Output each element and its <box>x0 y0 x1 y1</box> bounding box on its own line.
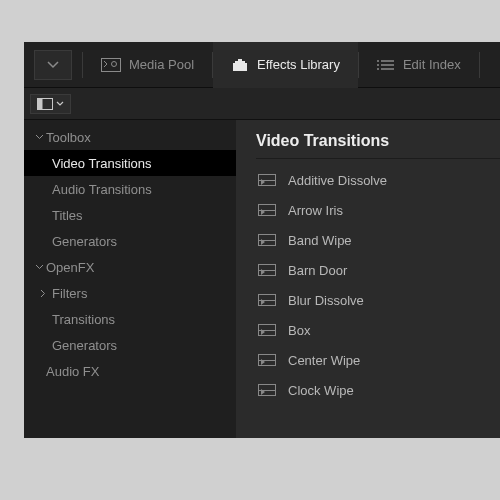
effect-label: Box <box>288 323 310 338</box>
chevron-down-icon <box>56 101 64 107</box>
tree-item-generators[interactable]: Generators <box>24 228 236 254</box>
svg-rect-12 <box>38 98 43 109</box>
svg-point-10 <box>377 68 379 70</box>
transition-icon <box>258 294 276 306</box>
tree-label: Video Transitions <box>52 156 152 171</box>
svg-point-8 <box>377 60 379 62</box>
effect-label: Barn Door <box>288 263 347 278</box>
category-tree: Toolbox Video Transitions Audio Transiti… <box>24 120 236 438</box>
chevron-down-icon <box>47 61 59 69</box>
effect-item[interactable]: Arrow Iris <box>256 195 500 225</box>
tab-label: Edit Index <box>403 57 461 72</box>
tree-item-toolbox[interactable]: Toolbox <box>24 124 236 150</box>
tab-effects-library[interactable]: Effects Library <box>213 42 358 88</box>
tree-item-titles[interactable]: Titles <box>24 202 236 228</box>
tree-label: Audio Transitions <box>52 182 152 197</box>
effect-label: Additive Dissolve <box>288 173 387 188</box>
transition-icon <box>258 264 276 276</box>
transition-icon <box>258 234 276 246</box>
list-header: Video Transitions <box>256 132 500 159</box>
tree-label: Filters <box>52 286 87 301</box>
tree-item-transitions[interactable]: Transitions <box>24 306 236 332</box>
tree-label: Generators <box>52 338 117 353</box>
panel-layout-icon <box>37 98 53 110</box>
chevron-down-icon <box>32 134 46 140</box>
tree-item-audio-fx[interactable]: Audio FX <box>24 358 236 384</box>
separator <box>479 52 480 78</box>
tab-label: Media Pool <box>129 57 194 72</box>
tree-label: Transitions <box>52 312 115 327</box>
transition-icon <box>258 204 276 216</box>
effect-item[interactable]: Blur Dissolve <box>256 285 500 315</box>
tree-item-video-transitions[interactable]: Video Transitions <box>24 150 236 176</box>
effect-label: Blur Dissolve <box>288 293 364 308</box>
top-toolbar: Media Pool Effects Library Edit Index <box>24 42 500 88</box>
effect-item[interactable]: Center Wipe <box>256 345 500 375</box>
effect-item[interactable]: Clock Wipe <box>256 375 500 405</box>
panel-collapse-button[interactable] <box>34 50 72 80</box>
effect-item[interactable]: Barn Door <box>256 255 500 285</box>
panel-body: Toolbox Video Transitions Audio Transiti… <box>24 120 500 438</box>
effect-label: Band Wipe <box>288 233 352 248</box>
svg-point-1 <box>112 61 117 66</box>
effect-label: Clock Wipe <box>288 383 354 398</box>
view-toolbar <box>24 88 500 120</box>
svg-point-9 <box>377 64 379 66</box>
effect-label: Center Wipe <box>288 353 360 368</box>
transition-icon <box>258 384 276 396</box>
tree-label: Toolbox <box>46 130 91 145</box>
tab-edit-index[interactable]: Edit Index <box>359 42 479 88</box>
transition-icon <box>258 324 276 336</box>
effect-item[interactable]: Band Wipe <box>256 225 500 255</box>
tab-media-pool[interactable]: Media Pool <box>83 42 212 88</box>
svg-rect-4 <box>235 61 245 63</box>
chevron-down-icon <box>32 264 46 270</box>
tab-label: Effects Library <box>257 57 340 72</box>
effect-item[interactable]: Additive Dissolve <box>256 165 500 195</box>
tree-item-openfx[interactable]: OpenFX <box>24 254 236 280</box>
effects-list: Video Transitions Additive Dissolve Arro… <box>236 120 500 438</box>
sidebar-toggle-button[interactable] <box>30 94 71 114</box>
media-pool-icon <box>101 58 121 72</box>
effect-label: Arrow Iris <box>288 203 343 218</box>
tree-label: Audio FX <box>46 364 99 379</box>
transition-icon <box>258 354 276 366</box>
tree-label: Generators <box>52 234 117 249</box>
tree-item-audio-transitions[interactable]: Audio Transitions <box>24 176 236 202</box>
tree-label: OpenFX <box>46 260 94 275</box>
effects-library-panel: Media Pool Effects Library Edit Index <box>24 42 500 438</box>
tree-item-generators-ofx[interactable]: Generators <box>24 332 236 358</box>
transition-icon <box>258 174 276 186</box>
effect-item[interactable]: Box <box>256 315 500 345</box>
svg-rect-0 <box>102 58 121 71</box>
tree-item-filters[interactable]: Filters <box>24 280 236 306</box>
svg-rect-2 <box>233 63 247 71</box>
edit-index-icon <box>377 59 395 71</box>
effects-library-icon <box>231 58 249 72</box>
chevron-right-icon <box>36 289 50 298</box>
tree-label: Titles <box>52 208 83 223</box>
